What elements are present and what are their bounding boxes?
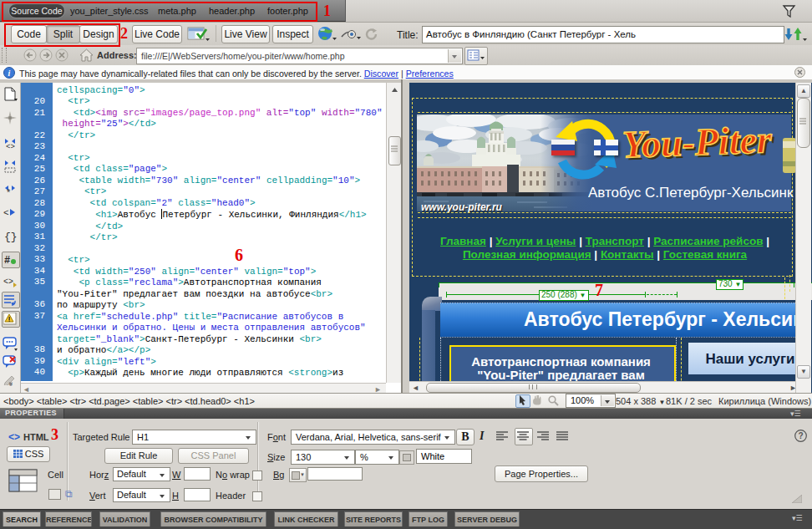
svg-text:?: ?	[798, 431, 803, 440]
svg-text:<>: <>	[6, 143, 15, 150]
svg-text:#: #	[4, 255, 10, 266]
svg-text:i: i	[8, 69, 11, 78]
svg-text:{}: {}	[4, 231, 17, 242]
svg-text:<: <	[3, 208, 9, 218]
svg-text:<>: <>	[3, 277, 13, 287]
svg-text:*: *	[7, 187, 11, 196]
